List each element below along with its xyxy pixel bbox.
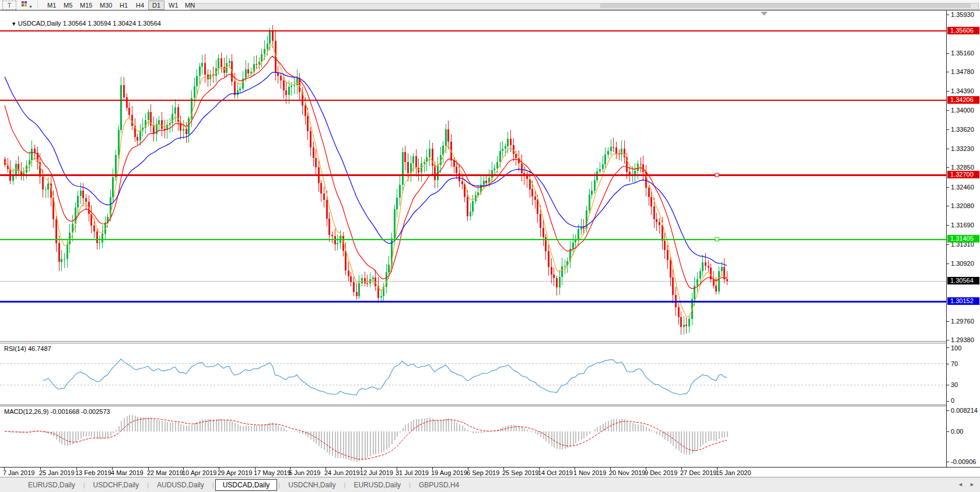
tab-separator: | <box>212 482 214 489</box>
price-line-badge[interactable]: 1.34206 <box>947 96 979 104</box>
date-label: 25 Jan 2019 <box>39 469 75 476</box>
rsi-tick <box>947 347 949 348</box>
price-tick <box>947 110 949 111</box>
timeframe-button-mn[interactable]: MN <box>181 1 199 10</box>
panel-splitter[interactable] <box>0 405 980 405</box>
tab-separator: | <box>278 482 280 489</box>
symbol-dropdown-icon[interactable]: ▼ <box>11 21 18 27</box>
macd-tick <box>947 431 949 432</box>
price-line-badge[interactable]: 1.30152 <box>947 297 979 305</box>
hscrollbar-thumb[interactable] <box>600 3 971 8</box>
chart-tab-eurusd-daily[interactable]: EURUSD,Daily <box>346 480 408 490</box>
price-tick <box>947 321 949 322</box>
date-label: 5 Jun 2019 <box>289 469 320 476</box>
main-chart-svg[interactable] <box>0 10 946 342</box>
price-tick-label: 1.34000 <box>951 107 974 114</box>
date-label: 10 Apr 2019 <box>182 469 216 476</box>
chart-tab-usdcnh-daily[interactable]: USDCNH,Daily <box>281 480 342 490</box>
price-tick-label: 1.34390 <box>951 87 974 94</box>
timeframe-button-m1[interactable]: M1 <box>43 1 60 10</box>
date-label: 6 Sep 2019 <box>467 469 499 476</box>
chart-tab-usdcad-daily[interactable]: USDCAD,Daily <box>215 479 278 491</box>
date-label: 20 Nov 2019 <box>609 469 645 476</box>
panel-splitter[interactable] <box>0 343 980 343</box>
rsi-panel[interactable] <box>0 343 946 405</box>
date-label: 25 Sep 2019 <box>502 469 538 476</box>
candles <box>4 25 728 335</box>
price-line-badge[interactable]: 1.31405 <box>947 235 979 243</box>
tab-separator: | <box>83 482 85 489</box>
price-tick <box>947 167 949 168</box>
date-label: 27 Dec 2019 <box>680 469 716 476</box>
date-label: 4 Mar 2019 <box>111 469 144 476</box>
rsi-tick-label: 100 <box>951 345 961 352</box>
chart-tab-eurusd-daily[interactable]: EURUSD,Daily <box>21 480 82 490</box>
macd-panel[interactable] <box>0 406 946 467</box>
date-label: 9 Dec 2019 <box>645 469 677 476</box>
price-tick <box>947 149 949 149</box>
price-tick <box>947 225 949 226</box>
panel-splitter[interactable] <box>0 341 980 342</box>
macd-label: MACD(12,26,9) -0.001668 -0.002573 <box>4 408 110 415</box>
price-tick <box>947 91 949 92</box>
price-line-badge[interactable]: 1.35606 <box>947 27 979 34</box>
price-tick-label: 1.33620 <box>951 126 974 133</box>
timeframe-button-m15[interactable]: M15 <box>76 1 96 10</box>
rsi-label: RSI(14) 46.7487 <box>4 345 51 352</box>
chart-shift-marker-icon[interactable] <box>761 12 768 16</box>
price-tick-label: 1.29380 <box>951 336 974 343</box>
price-tick-label: 1.29760 <box>951 318 974 325</box>
timeframe-button-d1[interactable]: D1 <box>148 1 164 10</box>
price-tick <box>947 244 949 245</box>
timeframe-button-h1[interactable]: H1 <box>116 1 132 10</box>
macd-svg[interactable] <box>0 406 946 467</box>
rsi-tick <box>947 385 949 385</box>
chart-tab-usdchf-daily[interactable]: USDCHF,Daily <box>86 480 146 490</box>
price-tick-label: 1.31690 <box>951 222 974 229</box>
rsi-tick-label: 30 <box>951 381 958 388</box>
price-line-badge[interactable]: 1.32700 <box>947 171 979 178</box>
mt4-window: T ▾ M1M5M15M30H1H4D1W1MN ▼ USDCAD,Daily … <box>0 0 980 492</box>
rsi-tick-label: 0 <box>951 397 954 404</box>
price-tick <box>947 340 949 340</box>
chart-hscrollbar[interactable] <box>190 3 979 10</box>
rsi-tick-label: 70 <box>951 360 958 367</box>
timeframe-button-m30[interactable]: M30 <box>96 1 116 10</box>
toolbar: T ▾ M1M5M15M30H1H4D1W1MN <box>0 0 980 10</box>
macd-tick-label: -0.00906 <box>951 458 976 465</box>
main-chart-panel[interactable] <box>0 10 946 342</box>
price-tick-label: 1.33230 <box>951 145 974 152</box>
tab-scroll-left-icon[interactable]: ◄ <box>958 482 963 487</box>
timeframe-button-w1[interactable]: W1 <box>164 1 183 10</box>
chevron-down-icon: ▾ <box>28 4 32 9</box>
price-tick-label: 1.35160 <box>951 50 974 57</box>
tab-scroll-right-icon[interactable]: ► <box>970 482 975 487</box>
date-label: 15 Jan 2020 <box>716 469 751 476</box>
price-tick <box>947 53 949 54</box>
date-label: 12 Jul 2019 <box>360 469 393 476</box>
hline-handle[interactable] <box>715 173 719 177</box>
date-axis[interactable]: 7 Jan 201925 Jan 201913 Feb 20194 Mar 20… <box>0 467 980 477</box>
price-axis[interactable]: 1.359301.351601.347801.343901.340001.336… <box>946 10 980 467</box>
chart-tab-audusd-daily[interactable]: AUDUSD,Daily <box>150 480 211 490</box>
date-label: 24 Jun 2019 <box>324 469 360 476</box>
rsi-svg[interactable] <box>0 343 946 405</box>
date-label: 14 Oct 2019 <box>538 469 573 476</box>
panel-splitter[interactable] <box>0 406 980 406</box>
tab-separator: | <box>409 482 411 489</box>
timeframe-button-m5[interactable]: M5 <box>60 1 76 10</box>
text-tool-button[interactable]: T <box>2 1 16 10</box>
tab-separator: | <box>147 482 149 489</box>
price-tick <box>947 263 949 264</box>
color-tool-button[interactable]: ▾ <box>15 1 38 10</box>
timeframe-button-h4[interactable]: H4 <box>132 1 148 10</box>
chart-header: ▼ USDCAD,Daily 1.30564 1.30594 1.30424 1… <box>4 13 161 34</box>
date-label: 19 Aug 2019 <box>431 469 467 476</box>
rsi-tick <box>947 364 949 364</box>
macd-tick-label: 0.00 <box>951 428 963 435</box>
date-label: 7 Jan 2019 <box>3 469 34 476</box>
hline-handle[interactable] <box>715 238 719 241</box>
chart-tab-gbpusd-h4[interactable]: GBPUSD,H4 <box>412 480 466 490</box>
price-tick-label: 1.32850 <box>951 164 974 171</box>
price-tick <box>947 15 949 15</box>
